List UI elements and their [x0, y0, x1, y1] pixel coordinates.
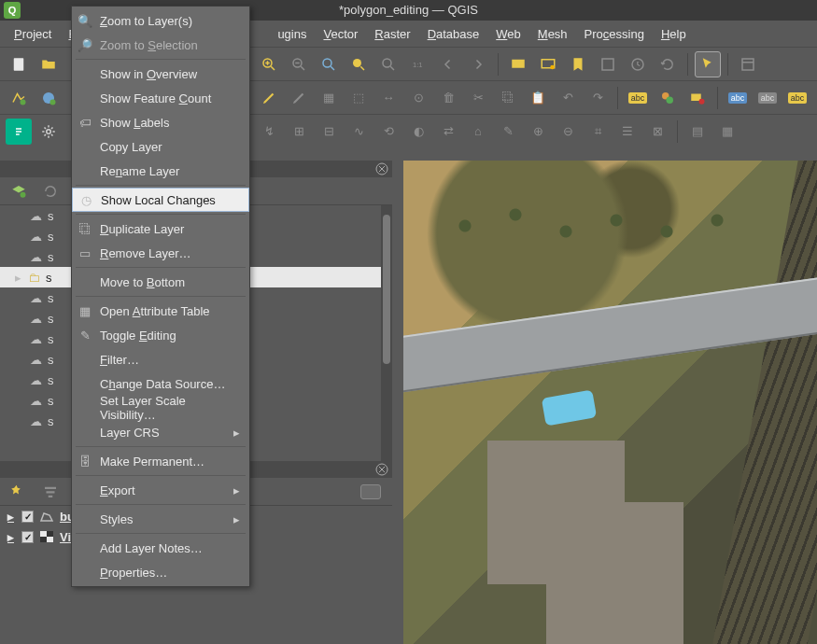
ctx-item-add-layer-notes[interactable]: Add Layer Notes…	[72, 536, 249, 560]
ctx-item-show-feature-count[interactable]: Show Feature Count	[72, 86, 249, 110]
label-tool-2-button[interactable]	[655, 85, 681, 111]
new-project-button[interactable]	[6, 51, 32, 77]
move-feature-button[interactable]: ↔	[375, 85, 401, 111]
ctx-item-toggle-editing[interactable]: ✎Toggle Editing	[72, 323, 249, 347]
adv-tool-3[interactable]: ⊟	[316, 119, 342, 145]
copy-features-button[interactable]: ⿻	[495, 85, 521, 111]
visibility-checkbox[interactable]: ✓	[21, 531, 34, 543]
ctx-item-copy-layer[interactable]: Copy Layer	[72, 134, 249, 159]
cut-features-button[interactable]: ✂	[465, 85, 491, 111]
menu-raster[interactable]: Raster	[366, 23, 418, 45]
map-canvas[interactable]	[403, 161, 817, 644]
clock-button[interactable]	[625, 51, 651, 77]
zoom-in-button[interactable]	[256, 51, 282, 77]
ctx-item-make-permanent[interactable]: 🗄Make Permanent…	[72, 449, 249, 473]
undo-button[interactable]: ↶	[555, 85, 581, 111]
menu-project[interactable]: Project	[6, 23, 60, 45]
label-tool-1-button[interactable]: abc	[625, 85, 651, 111]
menu-processing[interactable]: Processing	[576, 23, 653, 45]
add-raster-layer-button[interactable]	[35, 85, 62, 111]
menu-web[interactable]: Web	[487, 23, 529, 45]
adv-tool-13[interactable]: ☰	[614, 119, 641, 145]
settings-button[interactable]	[35, 119, 62, 145]
zoom-next-button[interactable]	[465, 51, 491, 77]
adv-tool-11[interactable]: ⊖	[555, 119, 581, 145]
panel-close-icon[interactable]	[375, 463, 388, 476]
adv-tool-10[interactable]: ⊕	[525, 119, 551, 145]
adv-tool-2[interactable]: ⊞	[286, 119, 312, 145]
ctx-item-remove-layer[interactable]: ▭Remove Layer…	[72, 241, 249, 265]
digitize-button[interactable]: ⬚	[345, 85, 372, 111]
adv-tool-4[interactable]: ∿	[345, 119, 372, 145]
panel-extra-button[interactable]	[735, 51, 761, 77]
adv-tool-1[interactable]: ↯	[256, 119, 282, 145]
adv-tool-16[interactable]: ▦	[714, 119, 740, 145]
data-source-manager-button[interactable]	[6, 119, 32, 145]
adv-tool-6[interactable]: ◐	[405, 119, 431, 145]
ctx-item-export[interactable]: Export▸	[72, 478, 249, 502]
ctx-item-rename-layer[interactable]: Rename Layer	[72, 159, 249, 183]
ctx-item-duplicate-layer[interactable]: ⿻Duplicate Layer	[72, 217, 249, 241]
ctx-item-change-data-source[interactable]: Change Data Source…	[72, 371, 249, 396]
select-features-button[interactable]	[695, 51, 721, 77]
ctx-item-open-attribute-table[interactable]: ▦Open Attribute Table	[72, 299, 249, 323]
new-3d-view-button[interactable]	[535, 51, 561, 77]
add-layer-button[interactable]	[6, 178, 32, 204]
ctx-item-set-layer-scale-visibility[interactable]: Set Layer Scale Visibility…	[72, 396, 249, 420]
menu-database[interactable]: Database	[419, 23, 488, 45]
temporal-button[interactable]	[595, 51, 621, 77]
ctx-item-show-local-changes[interactable]: ◷Show Local Changes	[72, 188, 249, 212]
zoom-out-button[interactable]	[286, 51, 312, 77]
add-vector-layer-button[interactable]	[6, 85, 32, 111]
ctx-item-filter[interactable]: Filter…	[72, 347, 249, 371]
scrollbar-thumb[interactable]	[383, 215, 390, 364]
adv-tool-9[interactable]: ✎	[495, 119, 521, 145]
ctx-item-show-in-overview[interactable]: Show in Overview	[72, 62, 249, 86]
menu-vector[interactable]: Vector	[315, 23, 366, 45]
expand-triangle-icon[interactable]: ▸	[7, 530, 14, 544]
style-manager-button[interactable]	[6, 479, 32, 505]
new-bookmark-button[interactable]	[565, 51, 591, 77]
ctx-item-properties[interactable]: Properties…	[72, 560, 249, 584]
adv-tool-12[interactable]: ⌗	[585, 119, 611, 145]
label-tool-4-button[interactable]: abc	[725, 85, 751, 111]
refresh-button[interactable]	[655, 51, 681, 77]
refresh-browser-button[interactable]	[37, 178, 63, 204]
panel-close-icon[interactable]	[375, 162, 388, 175]
add-feature-button[interactable]: ▦	[316, 85, 342, 111]
paste-features-button[interactable]: 📋	[525, 85, 551, 111]
ctx-item-layer-crs[interactable]: Layer CRS▸	[72, 420, 249, 444]
open-project-button[interactable]	[35, 51, 62, 77]
label-tool-3-button[interactable]	[684, 85, 711, 111]
zoom-full-button[interactable]	[316, 51, 342, 77]
save-edits-button[interactable]	[286, 85, 312, 111]
scrollbar-vertical[interactable]	[381, 205, 392, 478]
adv-tool-8[interactable]: ⌂	[465, 119, 491, 145]
adv-tool-15[interactable]: ▤	[684, 119, 711, 145]
adv-tool-7[interactable]: ⇄	[435, 119, 461, 145]
toggle-editing-button[interactable]	[256, 85, 282, 111]
visibility-checkbox[interactable]: ✓	[21, 511, 34, 523]
zoom-native-button[interactable]: 1:1	[405, 51, 431, 77]
expand-triangle-icon[interactable]: ▸	[7, 510, 14, 524]
redo-button[interactable]: ↷	[585, 85, 611, 111]
delete-selected-button[interactable]: 🗑	[435, 85, 461, 111]
expand-triangle-icon[interactable]: ▸	[13, 271, 22, 285]
zoom-selection-button[interactable]	[345, 51, 372, 77]
menu-help[interactable]: Help	[653, 23, 695, 45]
label-tool-5-button[interactable]: abc	[754, 85, 781, 111]
ctx-item-move-to-bottom[interactable]: Move to Bottom	[72, 270, 249, 294]
new-map-view-button[interactable]	[505, 51, 531, 77]
menu-mesh[interactable]: Mesh	[529, 23, 576, 45]
menu-plugins[interactable]: ugins	[269, 23, 315, 45]
node-tool-button[interactable]: ⊙	[405, 85, 431, 111]
zoom-last-button[interactable]	[435, 51, 461, 77]
ctx-item-show-labels[interactable]: 🏷Show Labels	[72, 110, 249, 134]
label-tool-6-button[interactable]: abc	[784, 85, 810, 111]
zoom-layer-button[interactable]	[375, 51, 401, 77]
adv-tool-14[interactable]: ⊠	[644, 119, 670, 145]
adv-tool-5[interactable]: ⟲	[375, 119, 401, 145]
ctx-item-zoom-to-layer-s[interactable]: 🔍Zoom to Layer(s)	[72, 8, 249, 33]
keyboard-icon[interactable]	[360, 484, 381, 499]
ctx-item-styles[interactable]: Styles▸	[72, 507, 249, 531]
